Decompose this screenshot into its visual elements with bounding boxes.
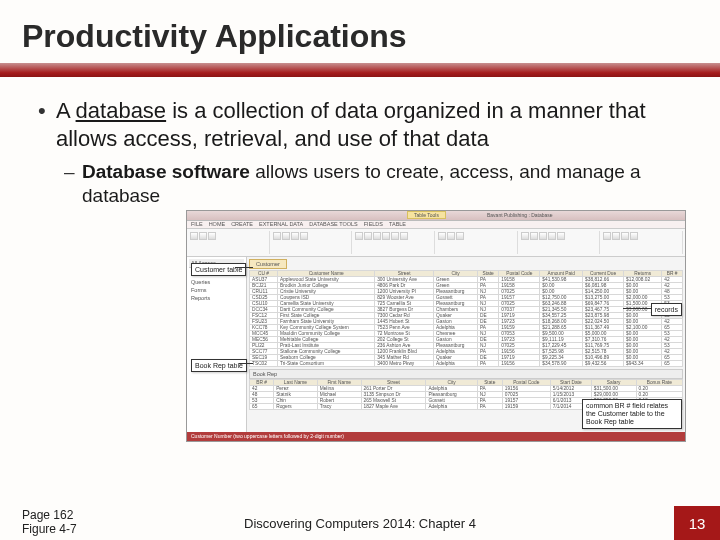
slide-title: Productivity Applications [22,18,720,55]
db-statusbar: Customer Number (two uppercase letters f… [187,432,685,441]
bullet-icon: • [38,97,56,152]
callout-bookrep-table: Book Rep table [191,359,247,373]
nav-item: Queries [189,278,244,286]
db-nav-pane: All Access … TablesQueriesFormsReports [187,257,247,441]
content-area: • A database is a collection of data org… [0,77,720,442]
customer-tab: Customer [249,259,287,269]
table-row: TSC02Tri-State Consortium3400 Metro Pkwy… [250,360,683,366]
bullet-text: A database is a collection of data organ… [56,97,682,152]
menu-item: FILE [191,221,203,227]
dash-icon: – [64,160,82,208]
callout-common-field: common BR # field relates the Customer t… [582,399,682,428]
nav-item: Forms [189,286,244,294]
bookrep-tab: Book Rep [249,369,683,379]
menu-item: FIELDS [364,221,383,227]
menu-item: EXTERNAL DATA [259,221,303,227]
nav-item: Reports [189,294,244,302]
footer-center: Discovering Computers 2014: Chapter 4 [0,516,720,531]
db-ribbon [187,229,685,257]
menu-item: HOME [209,221,226,227]
menu-item: DATABASE TOOLS [309,221,358,227]
title-underline [0,63,720,77]
database-screenshot: Table Tools Bavant Publishing : Database… [186,210,686,442]
callout-customer-table: Customer table [191,263,246,277]
customer-table: CU #Customer NameStreetCityStatePostal C… [249,270,683,367]
menu-item: CREATE [231,221,253,227]
menu-item: TABLE [389,221,406,227]
db-window-title: Bavant Publishing : Database [487,212,553,218]
slide-number: 13 [674,506,720,540]
sub-bullet-text: Database software allows users to create… [82,160,682,208]
db-titlebar: Table Tools Bavant Publishing : Database [187,211,685,221]
db-menubar: FILEHOMECREATEEXTERNAL DATADATABASE TOOL… [187,221,685,229]
table-tools-tab: Table Tools [407,211,446,219]
callout-records: records [651,303,682,317]
footer: Page 162 Figure 4-7 Discovering Computer… [0,506,720,540]
